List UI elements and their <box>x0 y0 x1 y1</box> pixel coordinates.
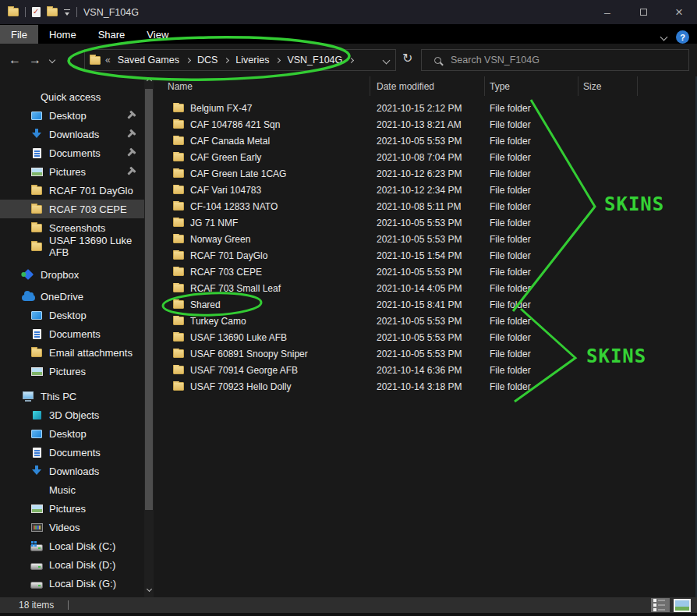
file-name[interactable]: USAF 70923 Hello Dolly <box>190 381 291 392</box>
file-name[interactable]: Belgium FX-47 <box>190 103 252 114</box>
breadcrumb-label[interactable]: Liveries <box>232 55 273 65</box>
sidebar-item[interactable]: Downloads <box>0 462 144 480</box>
file-row[interactable]: Shared 2021-10-15 8:41 PM File folder <box>154 296 697 313</box>
file-row[interactable]: RCAF 703 Small Leaf 2021-10-14 4:05 PM F… <box>154 280 697 296</box>
sidebar-item[interactable]: Pictures <box>0 162 144 181</box>
sidebar-item[interactable]: Videos <box>0 518 144 536</box>
sidebar-item[interactable]: OneDrive <box>0 287 144 306</box>
file-name[interactable]: CAF 104786 421 Sqn <box>190 119 280 130</box>
file-name[interactable]: CAF Vari 104783 <box>190 185 261 196</box>
file-row[interactable]: Turkey Camo 2021-10-05 5:53 PM File fold… <box>154 313 697 329</box>
file-name[interactable]: RCAF 701 DayGlo <box>190 250 267 261</box>
scrollbar-thumb[interactable] <box>145 89 153 510</box>
minimize-ribbon-chevron-icon[interactable] <box>660 34 668 41</box>
breadcrumb-segment[interactable]: Saved Games <box>114 55 193 65</box>
sidebar-item[interactable]: Local Disk (C:) <box>0 536 144 555</box>
file-row[interactable]: Belgium FX-47 2021-10-15 2:12 PM File fo… <box>154 100 697 116</box>
search-placeholder[interactable]: Search VSN_F104G <box>451 55 540 65</box>
scroll-up-icon[interactable] <box>146 79 152 85</box>
sidebar-item[interactable]: RCAF 701 DayGlo <box>0 181 144 200</box>
sidebar-item[interactable]: Downloads <box>0 125 144 143</box>
sidebar-item[interactable]: Desktop <box>0 306 144 324</box>
file-row[interactable]: JG 71 NMF 2021-10-05 5:53 PM File folder <box>154 214 697 231</box>
breadcrumb-segment[interactable]: VSN_F104G <box>283 55 356 65</box>
breadcrumb-chevron-icon[interactable] <box>224 57 229 62</box>
file-row[interactable]: CAF Green Late 1CAG 2021-10-12 6:23 PM F… <box>154 165 697 182</box>
column-header-size[interactable]: Size <box>578 76 638 96</box>
breadcrumb-chevron-icon[interactable] <box>275 57 281 62</box>
sidebar-item[interactable]: Desktop <box>0 106 144 125</box>
details-view-button[interactable] <box>651 598 670 612</box>
file-name[interactable]: RCAF 703 Small Leaf <box>190 283 281 294</box>
ribbon-tab[interactable]: Share <box>87 25 136 44</box>
sidebar-item[interactable]: Local Disk (D:) <box>0 555 144 574</box>
sidebar-scrollbar[interactable] <box>144 76 154 597</box>
quick-access-toolbar-caret-icon[interactable] <box>64 9 70 16</box>
file-name[interactable]: JG 71 NMF <box>190 218 238 228</box>
sidebar-item[interactable]: This PC <box>0 387 144 405</box>
address-dropdown-chevron-icon[interactable] <box>383 57 391 65</box>
refresh-button[interactable]: ↻ <box>402 51 412 65</box>
file-row[interactable]: RCAF 701 DayGlo 2021-10-15 1:54 PM File … <box>154 247 697 264</box>
sidebar-item[interactable]: Documents <box>0 324 144 343</box>
file-row[interactable]: CAF Canada Metal 2021-10-05 5:53 PM File… <box>154 133 697 149</box>
ribbon-tab[interactable]: View <box>136 25 179 44</box>
breadcrumb-chevron-icon[interactable] <box>186 57 191 62</box>
breadcrumb-segment[interactable]: DCS <box>193 55 232 65</box>
breadcrumb-segment[interactable]: Liveries <box>232 55 283 65</box>
sidebar-item[interactable]: RCAF 703 CEPE <box>0 200 144 218</box>
sidebar-item[interactable]: Pictures <box>0 362 144 381</box>
sidebar-item[interactable]: Documents <box>0 143 144 162</box>
sidebar-item[interactable]: Pictures <box>0 499 144 518</box>
breadcrumb-label[interactable]: DCS <box>193 55 221 65</box>
file-name[interactable]: Turkey Camo <box>190 316 246 327</box>
maximize-button[interactable] <box>625 0 661 24</box>
recent-locations-chevron-icon[interactable] <box>45 58 59 62</box>
ribbon-tab[interactable]: Home <box>38 25 87 44</box>
address-bar[interactable]: « Saved Games DCS Liveries VSN_F104G <box>84 49 396 71</box>
sidebar-item[interactable]: Quick access <box>0 87 144 106</box>
search-box[interactable]: Search VSN_F104G <box>421 49 689 71</box>
scroll-down-icon[interactable] <box>146 587 152 593</box>
column-header-date-modified[interactable]: Date modified <box>370 76 485 96</box>
file-row[interactable]: USAF 70923 Hello Dolly 2021-10-14 3:18 P… <box>154 378 697 395</box>
new-folder-quick-icon[interactable] <box>47 8 58 16</box>
file-row[interactable]: RCAF 703 CEPE 2021-10-05 5:53 PM File fo… <box>154 264 697 280</box>
file-row[interactable]: CAF 104786 421 Sqn 2021-10-13 8:21 AM Fi… <box>154 116 697 133</box>
file-row[interactable]: USAF 13690 Luke AFB 2021-10-05 5:53 PM F… <box>154 329 697 345</box>
file-name[interactable]: CAF Green Early <box>190 152 261 163</box>
ribbon-tab[interactable]: File <box>0 25 38 44</box>
close-button[interactable]: × <box>661 0 697 24</box>
file-row[interactable]: Norway Green 2021-10-05 5:53 PM File fol… <box>154 231 697 247</box>
sidebar-item[interactable]: Dropbox <box>0 265 144 284</box>
file-name[interactable]: USAF 70914 George AFB <box>190 365 298 376</box>
file-name[interactable]: CAF Green Late 1CAG <box>190 168 286 179</box>
file-name[interactable]: Norway Green <box>190 234 250 245</box>
file-name[interactable]: CF-104 12833 NATO <box>190 201 278 212</box>
sidebar-item[interactable]: USAF 13690 Luke AFB <box>0 237 144 256</box>
sidebar-item[interactable]: Desktop <box>0 424 144 443</box>
column-header-type[interactable]: Type <box>485 76 578 96</box>
forward-button[interactable]: → <box>25 53 45 67</box>
help-icon[interactable]: ? <box>676 30 689 44</box>
breadcrumb-chevron-icon[interactable] <box>348 57 354 62</box>
back-button[interactable]: ← <box>5 53 25 67</box>
sidebar-item[interactable]: Documents <box>0 443 144 462</box>
sidebar-item[interactable]: 3D Objects <box>0 405 144 424</box>
thumbnails-view-button[interactable] <box>674 599 691 612</box>
sidebar-item[interactable]: Music <box>0 480 144 499</box>
sidebar-item[interactable]: Email attachments <box>0 343 144 362</box>
breadcrumb-label[interactable]: Saved Games <box>114 55 183 65</box>
file-name[interactable]: USAF 60891 Snoopy Sniper <box>190 349 308 359</box>
breadcrumb-label[interactable]: VSN_F104G <box>283 55 346 65</box>
sidebar-item[interactable]: Local Disk (G:) <box>0 574 144 593</box>
minimize-button[interactable]: – <box>589 0 625 24</box>
file-name[interactable]: CAF Canada Metal <box>190 136 270 147</box>
file-name[interactable]: Shared <box>190 299 221 310</box>
up-button[interactable]: ↑ <box>59 53 80 67</box>
breadcrumb-overflow[interactable]: « <box>105 55 111 65</box>
properties-quick-icon[interactable] <box>32 7 41 17</box>
file-row[interactable]: CAF Green Early 2021-10-08 7:04 PM File … <box>154 149 697 165</box>
column-header-name[interactable]: Name <box>154 76 370 96</box>
file-name[interactable]: USAF 13690 Luke AFB <box>190 332 287 343</box>
